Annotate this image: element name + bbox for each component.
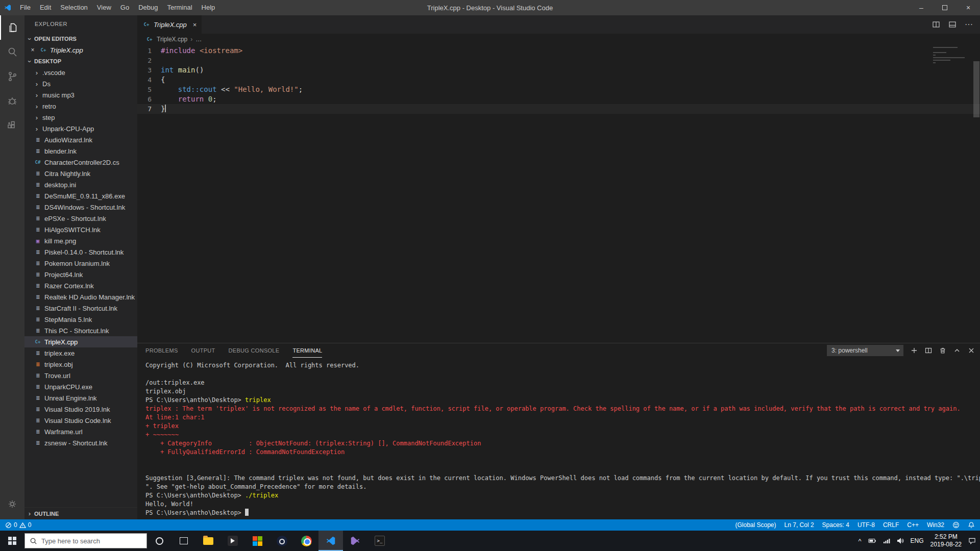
kill-terminal-trash-icon[interactable]: [939, 347, 946, 354]
network-icon[interactable]: [883, 538, 890, 544]
file-item[interactable]: ≡triplex.exe: [24, 347, 137, 359]
file-item[interactable]: ≡Project64.lnk: [24, 269, 137, 280]
file-item[interactable]: C+TripleX.cpp: [24, 336, 137, 347]
visual-studio-icon[interactable]: [343, 531, 368, 551]
start-button[interactable]: [0, 531, 24, 551]
explorer-icon[interactable]: [0, 15, 24, 40]
language-indicator[interactable]: ENG: [911, 537, 924, 544]
file-item[interactable]: ≡UnparkCPU.exe: [24, 381, 137, 392]
file-item[interactable]: ≡HiAlgoSWITCH.lnk: [24, 224, 137, 235]
maximize-button[interactable]: [933, 0, 957, 15]
close-button[interactable]: ×: [957, 0, 980, 15]
tab-debug-console[interactable]: DEBUG CONSOLE: [229, 343, 280, 358]
file-explorer-icon[interactable]: [196, 531, 220, 551]
file-item[interactable]: ≡Realtek HD Audio Manager.lnk: [24, 291, 137, 303]
menu-edit[interactable]: Edit: [35, 0, 56, 15]
file-item[interactable]: ≡Citra Nightly.lnk: [24, 168, 137, 179]
scope-indicator[interactable]: (Global Scope): [735, 521, 776, 529]
file-item[interactable]: ≡StepMania 5.lnk: [24, 314, 137, 325]
settings-gear-icon[interactable]: [0, 492, 24, 516]
folder-section-header[interactable]: › DESKTOP: [24, 56, 137, 67]
new-terminal-icon[interactable]: [911, 347, 918, 354]
chrome-icon[interactable]: [294, 531, 318, 551]
menu-selection[interactable]: Selection: [56, 0, 92, 15]
file-item[interactable]: ≡StarCraft II - Shortcut.lnk: [24, 303, 137, 314]
editor-scrollbar[interactable]: [973, 61, 979, 117]
code-line[interactable]: 5 std::cout << "Hello, World!";: [137, 85, 980, 94]
source-control-icon[interactable]: [0, 64, 24, 89]
code-line[interactable]: 3int main(): [137, 65, 980, 75]
notifications-bell-icon[interactable]: [968, 521, 975, 529]
tab-output[interactable]: OUTPUT: [191, 343, 215, 358]
file-item[interactable]: ≡DeSmuME_0.9.11_x86.exe: [24, 190, 137, 202]
task-view-icon[interactable]: [172, 531, 196, 551]
file-item[interactable]: ≡This PC - Shortcut.lnk: [24, 325, 137, 336]
folder-item[interactable]: ›Ds: [24, 78, 137, 89]
eol-indicator[interactable]: CRLF: [883, 521, 899, 529]
toggle-layout-icon[interactable]: [948, 20, 957, 29]
folder-item[interactable]: ›Unpark-CPU-App: [24, 123, 137, 134]
code-line[interactable]: 1#include <iostream>: [137, 46, 980, 56]
code-line[interactable]: 4{: [137, 75, 980, 85]
taskbar-search-input[interactable]: Type here to search: [24, 533, 147, 548]
command-prompt-icon[interactable]: >_: [368, 531, 392, 551]
tab-terminal[interactable]: TERMINAL: [292, 343, 322, 358]
file-item[interactable]: C#CharacterController2D.cs: [24, 157, 137, 168]
breadcrumb-symbol[interactable]: …: [195, 36, 202, 43]
file-item[interactable]: ≡Trove.url: [24, 370, 137, 381]
menu-view[interactable]: View: [92, 0, 116, 15]
terminal-shell-select[interactable]: 3: powershell: [827, 345, 903, 356]
cursor-position-indicator[interactable]: Ln 7, Col 2: [785, 521, 814, 529]
terminal-output[interactable]: Copyright (C) Microsoft Corporation. All…: [137, 358, 980, 519]
feedback-smiley-icon[interactable]: [952, 521, 960, 529]
close-editor-icon[interactable]: ×: [29, 46, 37, 54]
battery-icon[interactable]: [868, 538, 876, 544]
extensions-icon[interactable]: [0, 113, 24, 138]
breadcrumb-file[interactable]: TripleX.cpp: [157, 36, 187, 43]
platform-indicator[interactable]: Win32: [927, 521, 944, 529]
file-item[interactable]: ≡Unreal Engine.lnk: [24, 392, 137, 404]
taskbar-clock[interactable]: 2:52 PM 2019-08-22: [930, 533, 962, 548]
close-panel-icon[interactable]: [968, 347, 975, 354]
file-item[interactable]: ≡Pokemon Uranium.lnk: [24, 258, 137, 269]
folder-item[interactable]: ›music mp3: [24, 89, 137, 101]
code-editor[interactable]: 1#include <iostream>23int main()4{5 std:…: [137, 45, 980, 343]
file-item[interactable]: ≡Razer Cortex.lnk: [24, 280, 137, 291]
search-icon[interactable]: [0, 40, 24, 64]
tray-expand-icon[interactable]: ^: [858, 537, 861, 545]
indentation-indicator[interactable]: Spaces: 4: [822, 521, 849, 529]
steam-icon[interactable]: [270, 531, 294, 551]
file-item[interactable]: ≡ePSXe - Shortcut.lnk: [24, 213, 137, 224]
file-item[interactable]: ≡Visual Studio Code.lnk: [24, 415, 137, 426]
open-editor-item[interactable]: × C+ TripleX.cpp: [24, 44, 137, 56]
maximize-panel-icon[interactable]: [953, 347, 961, 354]
file-item[interactable]: ≡blender.lnk: [24, 145, 137, 157]
menu-terminal[interactable]: Terminal: [162, 0, 197, 15]
minimap[interactable]: [933, 47, 969, 65]
microsoft-grid-app-icon[interactable]: [245, 531, 270, 551]
code-line[interactable]: 7}: [137, 104, 980, 114]
tab-problems[interactable]: PROBLEMS: [145, 343, 178, 358]
minimize-button[interactable]: –: [910, 0, 933, 15]
split-editor-icon[interactable]: [932, 20, 940, 29]
open-editors-header[interactable]: › OPEN EDITORS: [24, 33, 137, 44]
menu-file[interactable]: File: [15, 0, 35, 15]
volume-icon[interactable]: [897, 538, 904, 544]
language-mode-indicator[interactable]: C++: [907, 521, 919, 529]
file-item[interactable]: ≡triplex.obj: [24, 359, 137, 370]
tab-close-icon[interactable]: ×: [193, 21, 197, 29]
folder-item[interactable]: ›.vscode: [24, 67, 137, 78]
folder-item[interactable]: ›step: [24, 112, 137, 123]
outline-section-header[interactable]: › OUTLINE: [24, 507, 137, 519]
errors-indicator[interactable]: 0 0: [5, 521, 31, 529]
menu-debug[interactable]: Debug: [134, 0, 162, 15]
code-line[interactable]: 6 return 0;: [137, 94, 980, 104]
action-center-icon[interactable]: [968, 537, 976, 544]
encoding-indicator[interactable]: UTF-8: [857, 521, 875, 529]
breadcrumb[interactable]: C+ TripleX.cpp › …: [137, 34, 980, 45]
folder-item[interactable]: ›retro: [24, 101, 137, 112]
file-item[interactable]: ≡Piskel-0.14.0 - Shortcut.lnk: [24, 246, 137, 258]
file-item[interactable]: ≡desktop.ini: [24, 179, 137, 190]
code-line[interactable]: 2: [137, 56, 980, 65]
menu-go[interactable]: Go: [116, 0, 134, 15]
